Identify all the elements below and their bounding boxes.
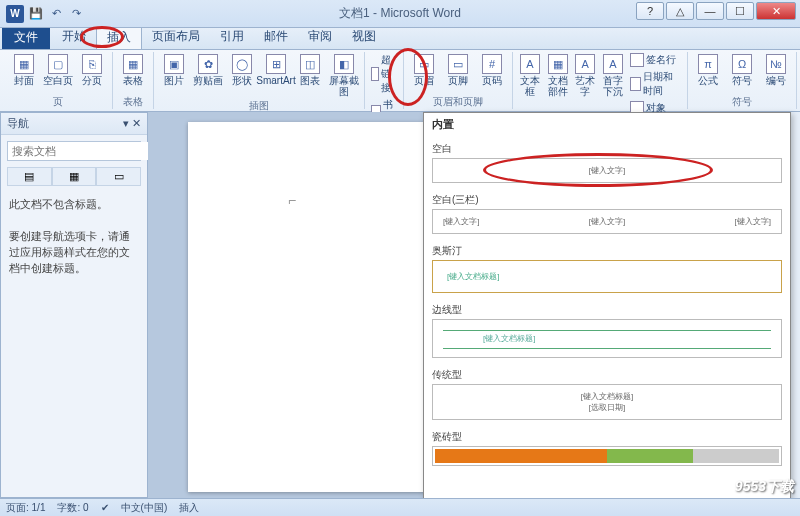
tab-审阅[interactable]: 审阅 bbox=[298, 25, 342, 49]
ribbon-btn-封面[interactable]: ▦封面 bbox=[8, 52, 40, 88]
nav-tab-results[interactable]: ▭ bbox=[96, 167, 141, 185]
ribbon-btn-文本框[interactable]: A文本框 bbox=[517, 52, 543, 99]
nav-tab-pages[interactable]: ▦ bbox=[52, 167, 97, 185]
符号-icon: Ω bbox=[732, 54, 752, 74]
tab-file[interactable]: 文件 bbox=[2, 26, 50, 49]
tab-插入[interactable]: 插入 bbox=[96, 25, 142, 49]
ribbon-btn-label: 空白页 bbox=[43, 75, 73, 86]
undo-icon[interactable]: ↶ bbox=[48, 6, 64, 22]
ribbon-btn-label: 形状 bbox=[232, 75, 252, 86]
nav-msg-2: 要创建导航选项卡，请通过应用标题样式在您的文档中创建标题。 bbox=[9, 228, 139, 276]
gallery-item-瓷砖型[interactable]: 瓷砖型 bbox=[432, 428, 782, 466]
ribbon-btn-图表[interactable]: ◫图表 bbox=[294, 52, 326, 88]
minimize-ribbon-button[interactable]: △ bbox=[666, 2, 694, 20]
title-bar: W 💾 ↶ ↷ 文档1 - Microsoft Word ? △ — ☐ ✕ bbox=[0, 0, 800, 28]
navigation-pane: 导航 ▾ ✕ 🔍 ▤ ▦ ▭ 此文档不包含标题。 要创建导航选项卡，请通过应用标… bbox=[0, 112, 148, 498]
gallery-preview: [键入文档标题][选取日期] bbox=[432, 384, 782, 420]
ribbon-btn-形状[interactable]: ◯形状 bbox=[226, 52, 258, 88]
表格-icon: ▦ bbox=[123, 54, 143, 74]
window-title: 文档1 - Microsoft Word bbox=[339, 5, 461, 22]
status-page[interactable]: 页面: 1/1 bbox=[6, 501, 45, 515]
tab-视图[interactable]: 视图 bbox=[342, 25, 386, 49]
ribbon-btn-剪贴画[interactable]: ✿剪贴画 bbox=[192, 52, 224, 88]
超链接-icon bbox=[371, 67, 379, 81]
ribbon-btn-label: 公式 bbox=[698, 75, 718, 86]
页脚-icon: ▭ bbox=[448, 54, 468, 74]
ribbon-btn-屏幕截图[interactable]: ◧屏幕截图 bbox=[328, 52, 360, 99]
gallery-preview: [键入文档标题] bbox=[432, 319, 782, 358]
nav-search: 🔍 bbox=[7, 141, 141, 161]
ribbon-small-签名行[interactable]: 签名行 bbox=[628, 52, 683, 68]
gallery-item-奥斯汀[interactable]: 奥斯汀[键入文档标题] bbox=[432, 242, 782, 293]
ribbon-btn-表格[interactable]: ▦表格 bbox=[117, 52, 149, 88]
ribbon-btn-label: 页脚 bbox=[448, 75, 468, 86]
ribbon-group-插图: ▣图片✿剪贴画◯形状⊞SmartArt◫图表◧屏幕截图插图 bbox=[154, 52, 365, 109]
封面-icon: ▦ bbox=[14, 54, 34, 74]
ribbon-btn-符号[interactable]: Ω符号 bbox=[726, 52, 758, 88]
艺术字-icon: A bbox=[575, 54, 595, 74]
ribbon-small-超链接[interactable]: 超链接 bbox=[369, 52, 399, 96]
nav-view-tabs: ▤ ▦ ▭ bbox=[7, 167, 141, 186]
ribbon-btn-艺术字[interactable]: A艺术字 bbox=[572, 52, 598, 99]
ribbon-btn-label: 分页 bbox=[82, 75, 102, 86]
ribbon-btn-文档部件[interactable]: ▦文档部件 bbox=[545, 52, 571, 99]
nav-close-icon[interactable]: ▾ ✕ bbox=[123, 117, 141, 130]
ribbon-btn-页脚[interactable]: ▭页脚 bbox=[442, 52, 474, 88]
ribbon-btn-页码[interactable]: #页码 bbox=[476, 52, 508, 88]
ribbon-small-日期和时间[interactable]: 日期和时间 bbox=[628, 69, 683, 99]
页眉-icon: ▭ bbox=[414, 54, 434, 74]
nav-search-input[interactable] bbox=[8, 142, 154, 160]
ribbon-tabs: 文件 开始插入页面布局引用邮件审阅视图 bbox=[0, 28, 800, 50]
status-lang[interactable]: 中文(中国) bbox=[121, 501, 168, 515]
gallery-item-label: 空白 bbox=[432, 140, 782, 158]
save-icon[interactable]: 💾 bbox=[28, 6, 44, 22]
maximize-button[interactable]: ☐ bbox=[726, 2, 754, 20]
gallery-item-空白[interactable]: 空白[键入文字] bbox=[432, 140, 782, 183]
gallery-item-边线型[interactable]: 边线型[键入文档标题] bbox=[432, 301, 782, 358]
ribbon-btn-空白页[interactable]: ▢空白页 bbox=[42, 52, 74, 88]
nav-tab-headings[interactable]: ▤ bbox=[7, 167, 52, 185]
ribbon-btn-图片[interactable]: ▣图片 bbox=[158, 52, 190, 88]
gallery-item-label: 瓷砖型 bbox=[432, 428, 782, 446]
形状-icon: ◯ bbox=[232, 54, 252, 74]
ribbon-btn-分页[interactable]: ⎘分页 bbox=[76, 52, 108, 88]
group-label: 页 bbox=[8, 95, 108, 109]
window-controls: ? △ — ☐ ✕ bbox=[634, 2, 796, 20]
ribbon-btn-label: 屏幕截图 bbox=[329, 75, 359, 97]
tab-引用[interactable]: 引用 bbox=[210, 25, 254, 49]
ribbon-btn-label: SmartArt bbox=[256, 75, 295, 86]
close-button[interactable]: ✕ bbox=[756, 2, 796, 20]
gallery-section-title: 内置 bbox=[424, 113, 790, 136]
ribbon-btn-label: 封面 bbox=[14, 75, 34, 86]
tab-页面布局[interactable]: 页面布局 bbox=[142, 25, 210, 49]
ribbon-btn-首字下沉[interactable]: A首字下沉 bbox=[600, 52, 626, 99]
ribbon-small-label: 日期和时间 bbox=[643, 70, 681, 98]
ribbon-btn-label: 首字下沉 bbox=[601, 75, 625, 97]
group-label: 表格 bbox=[117, 95, 149, 109]
cursor-icon: ⌐ bbox=[288, 192, 296, 208]
redo-icon[interactable]: ↷ bbox=[68, 6, 84, 22]
gallery-item-空白(三栏)[interactable]: 空白(三栏)[键入文字][键入文字][键入文字] bbox=[432, 191, 782, 234]
gallery-item-传统型[interactable]: 传统型[键入文档标题][选取日期] bbox=[432, 366, 782, 420]
help-button[interactable]: ? bbox=[636, 2, 664, 20]
ribbon-btn-label: 图片 bbox=[164, 75, 184, 86]
word-app-icon[interactable]: W bbox=[6, 5, 24, 23]
tab-邮件[interactable]: 邮件 bbox=[254, 25, 298, 49]
ribbon-btn-label: 艺术字 bbox=[573, 75, 597, 97]
ribbon-btn-页眉[interactable]: ▭页眉 bbox=[408, 52, 440, 88]
ribbon-btn-编号[interactable]: №编号 bbox=[760, 52, 792, 88]
ribbon-btn-label: 表格 bbox=[123, 75, 143, 86]
gallery-item-label: 边线型 bbox=[432, 301, 782, 319]
minimize-button[interactable]: — bbox=[696, 2, 724, 20]
nav-body: 此文档不包含标题。 要创建导航选项卡，请通过应用标题样式在您的文档中创建标题。 bbox=[1, 186, 147, 286]
ribbon-btn-公式[interactable]: π公式 bbox=[692, 52, 724, 88]
tab-开始[interactable]: 开始 bbox=[52, 25, 96, 49]
proofing-icon[interactable]: ✔ bbox=[101, 502, 109, 513]
ribbon-btn-label: 图表 bbox=[300, 75, 320, 86]
ribbon-btn-SmartArt[interactable]: ⊞SmartArt bbox=[260, 52, 292, 88]
status-words[interactable]: 字数: 0 bbox=[57, 501, 88, 515]
剪贴画-icon: ✿ bbox=[198, 54, 218, 74]
status-mode[interactable]: 插入 bbox=[179, 501, 199, 515]
ribbon: ▦封面▢空白页⎘分页页▦表格表格▣图片✿剪贴画◯形状⊞SmartArt◫图表◧屏… bbox=[0, 50, 800, 112]
屏幕截图-icon: ◧ bbox=[334, 54, 354, 74]
